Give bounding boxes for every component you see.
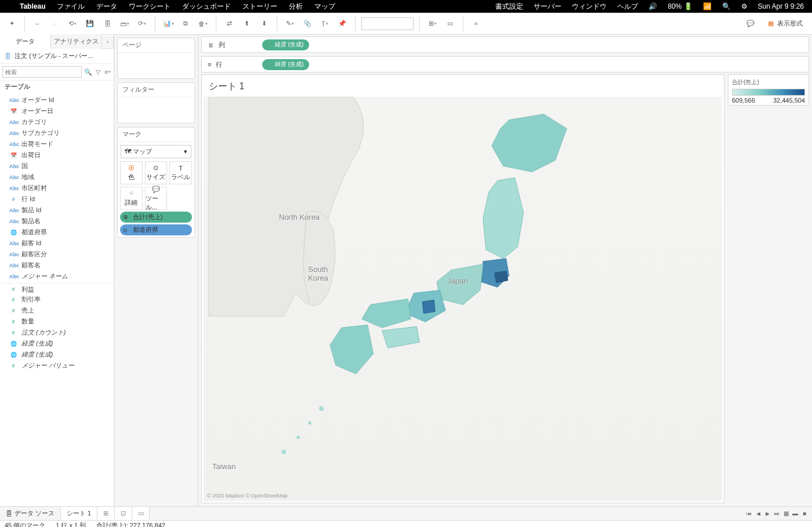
view-fields-icon[interactable]: ≡ — [104, 67, 112, 77]
field-item[interactable]: Abc顧客区分 — [0, 249, 114, 260]
app-name[interactable]: Tableau — [20, 2, 45, 10]
volume-icon[interactable]: 🔊 — [648, 2, 657, 10]
filmstrip-icon[interactable]: ▬ — [791, 506, 799, 521]
field-item[interactable]: Abc顧客名 — [0, 260, 114, 271]
nav-prev-icon[interactable]: ◀ — [754, 506, 762, 521]
field-item[interactable]: Abc顧客 Id — [0, 238, 114, 249]
field-item[interactable]: Abcカテゴリ — [0, 117, 114, 128]
columns-shelf[interactable]: ⫼列 経度 (生成) — [201, 37, 809, 53]
menu-server[interactable]: サーバー — [534, 2, 561, 12]
battery-status[interactable]: 80% 🔋 — [668, 2, 692, 10]
pin-button[interactable]: 📌 — [335, 16, 349, 31]
spotlight-icon[interactable]: 🔍 — [722, 2, 731, 10]
field-item[interactable]: 📅出荷日 — [0, 150, 114, 161]
sortview-icon[interactable]: ■ — [800, 506, 809, 521]
menu-format[interactable]: 書式設定 — [495, 2, 523, 12]
field-item[interactable]: Abc製品 Id — [0, 205, 114, 216]
field-item[interactable]: Abc市区町村 — [0, 183, 114, 194]
menu-analysis[interactable]: 分析 — [289, 2, 303, 12]
field-item[interactable]: #数量 — [0, 316, 114, 327]
filters-shelf[interactable]: フィルター — [117, 82, 195, 123]
new-worksheet-button[interactable]: 📊 — [161, 16, 175, 31]
tab-sheet1[interactable]: シート 1 — [61, 507, 97, 520]
column-pill-longitude[interactable]: 経度 (生成) — [262, 39, 309, 50]
field-item[interactable]: 📅オーダー日 — [0, 106, 114, 117]
field-item[interactable]: Abcメジャー ネーム — [0, 271, 114, 282]
sort-asc-button[interactable]: ⬆ — [240, 16, 253, 31]
mark-pill-prefecture[interactable]: ⊙都道府県 — [120, 224, 192, 235]
pages-shelf[interactable]: ページ — [117, 38, 195, 79]
mark-detail-button[interactable]: ⁘詳細 — [120, 187, 143, 210]
menu-dashboard[interactable]: ダッシュボード — [182, 2, 231, 12]
new-worksheet-tab[interactable]: ⊞ — [97, 507, 115, 520]
sort-desc-button[interactable]: ⬇ — [257, 16, 271, 31]
menu-window[interactable]: ウィンドウ — [572, 2, 607, 12]
field-item[interactable]: #行 Id — [0, 194, 114, 205]
field-item[interactable]: #注文 (カウント) — [0, 327, 114, 338]
share-button[interactable]: ∝ — [469, 16, 483, 31]
fit-button[interactable]: ⊞ — [426, 16, 440, 31]
save-button[interactable]: 💾 — [83, 16, 97, 31]
field-item[interactable]: Abc国 — [0, 161, 114, 172]
guide-icon[interactable]: 💬 — [744, 16, 757, 31]
back-button[interactable]: ← — [31, 16, 45, 31]
field-item[interactable]: 🌐経度 (生成) — [0, 338, 114, 349]
search-data-input[interactable] — [361, 17, 414, 30]
group-button[interactable]: 📎 — [300, 16, 314, 31]
menu-file[interactable]: ファイル — [57, 2, 85, 12]
menu-story[interactable]: ストーリー — [242, 2, 277, 12]
auto-update-button[interactable]: ⟳ — [135, 16, 149, 31]
forward-button[interactable]: → — [48, 16, 62, 31]
label-button[interactable]: T — [318, 16, 332, 31]
menu-worksheet[interactable]: ワークシート — [129, 2, 171, 12]
field-item[interactable]: Abcオーダー Id — [0, 95, 114, 106]
mark-pill-sum-sales[interactable]: ⦿合計(売上) — [120, 212, 192, 223]
show-me-button[interactable]: ▦ 表示形式 — [763, 17, 807, 30]
mark-tooltip-button[interactable]: 💬ツール... — [145, 187, 168, 210]
collapse-panel-button[interactable]: ‹ — [102, 36, 114, 48]
nav-next-icon[interactable]: ▶ — [763, 506, 771, 521]
field-item[interactable]: #メジャー バリュー — [0, 360, 114, 371]
tableau-logo-icon[interactable]: ✦ — [5, 16, 19, 31]
tab-data[interactable]: データ — [0, 34, 51, 49]
field-item[interactable]: Abcサブカテゴリ — [0, 128, 114, 139]
nav-last-icon[interactable]: ⏭ — [773, 506, 781, 521]
field-item[interactable]: #割引率 — [0, 294, 114, 305]
mark-label-button[interactable]: Tラベル — [169, 161, 192, 184]
field-item[interactable]: Abc地域 — [0, 172, 114, 183]
refresh-button[interactable]: 🗃 — [118, 16, 132, 31]
wifi-icon[interactable]: 📶 — [703, 2, 712, 10]
new-dashboard-tab[interactable]: ⊡ — [115, 507, 132, 520]
search-fields-input[interactable] — [2, 66, 82, 78]
undo-button[interactable]: ⟲ — [66, 16, 79, 31]
mark-color-button[interactable]: ⦿色 — [120, 161, 143, 184]
field-item[interactable]: Abc製品名 — [0, 216, 114, 227]
field-item[interactable]: 🌐都道府県 — [0, 227, 114, 238]
highlight-button[interactable]: ✎ — [283, 16, 297, 31]
tabview-icon[interactable]: ▦ — [782, 506, 790, 521]
map-canvas[interactable]: North Korea South Korea Japan Taiwan © 2… — [204, 97, 722, 501]
sheet-title[interactable]: シート 1 — [202, 75, 724, 99]
filter-fields-icon[interactable]: ▽ — [95, 67, 102, 77]
duplicate-button[interactable]: ⧉ — [179, 16, 193, 31]
menu-map[interactable]: マップ — [314, 2, 335, 12]
menu-data[interactable]: データ — [96, 2, 117, 12]
menu-help[interactable]: ヘルプ — [617, 2, 638, 12]
color-legend[interactable]: 合計(売上) 609,56632,445,504 — [728, 74, 809, 106]
search-icon[interactable]: 🔍 — [84, 67, 92, 77]
datasource-row[interactable]: 🗄 注文 (サンプル - スーパー... — [0, 49, 114, 64]
present-button[interactable]: ▭ — [443, 16, 457, 31]
tab-analytics[interactable]: アナリティクス — [51, 34, 102, 49]
clock[interactable]: Sun Apr 9 9:26 — [758, 2, 804, 10]
nav-first-icon[interactable]: ⏮ — [745, 506, 753, 521]
worksheet-view[interactable]: シート 1 — [201, 74, 724, 503]
swap-button[interactable]: ⇄ — [222, 16, 236, 31]
tab-datasource[interactable]: 🗄データ ソース — [0, 507, 61, 520]
new-datasource-button[interactable]: 🗄 — [100, 16, 114, 31]
new-story-tab[interactable]: ▭ — [132, 507, 150, 520]
clear-button[interactable]: 🗑 — [196, 16, 210, 31]
rows-shelf[interactable]: ≡行 緯度 (生成) — [201, 56, 809, 72]
row-pill-latitude[interactable]: 緯度 (生成) — [262, 59, 309, 70]
control-center-icon[interactable]: ⚙ — [741, 2, 748, 10]
field-item[interactable]: #売上 — [0, 305, 114, 316]
